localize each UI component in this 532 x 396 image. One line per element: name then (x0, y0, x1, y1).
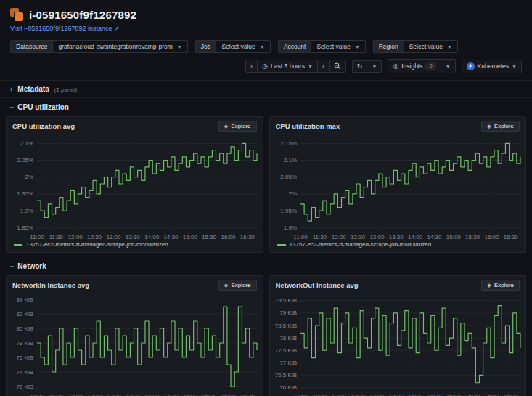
svg-text:11:00: 11:00 (30, 234, 44, 241)
time-shift-forward-button[interactable]: › (317, 60, 330, 73)
svg-text:77 KiB: 77 KiB (279, 360, 297, 366)
explore-button[interactable]: ◈ Explore (481, 280, 520, 291)
kubernetes-icon: ∗ (467, 62, 475, 70)
svg-text:72 KiB: 72 KiB (16, 384, 33, 390)
panel-cpu-utilization-max: CPU utilization max ◈ Explore 11:0011:30… (269, 116, 527, 253)
compass-icon: ◈ (224, 123, 229, 129)
svg-text:13:30: 13:30 (126, 234, 141, 241)
networkout-time-series-chart[interactable]: 11:0011:3012:0012:3013:0013:3014:0014:30… (270, 291, 526, 396)
region-filter-select[interactable]: Select value ▼ (404, 40, 458, 53)
job-filter-select[interactable]: Select value ▼ (216, 40, 270, 53)
cpu-avg-time-series-chart[interactable]: 11:0011:3012:0012:3013:0013:3014:0014:30… (7, 132, 263, 241)
section-cpu-utilization[interactable]: › CPU utilization (0, 98, 532, 115)
panel-title: NetworkOut Instance avg (276, 281, 359, 289)
section-network[interactable]: › Network (0, 257, 532, 274)
svg-text:79.5 KiB: 79.5 KiB (274, 297, 296, 304)
zoom-out-button[interactable] (329, 60, 346, 73)
compass-icon: ◈ (487, 123, 491, 129)
panel-header: NetworkIn Instance avg ◈ Explore (7, 276, 263, 291)
svg-text:13:30: 13:30 (388, 234, 404, 241)
panel-header: CPU utilization max ◈ Explore (270, 117, 526, 132)
compass-icon: ◈ (487, 282, 491, 288)
chevron-left-icon: ‹ (250, 63, 253, 70)
legend-line-icon (277, 244, 286, 246)
zoom-out-icon (334, 62, 341, 70)
insights-button[interactable]: ◎ Insights 0 (388, 59, 441, 73)
chevron-down-icon: ▼ (372, 64, 377, 69)
visit-instance-link[interactable]: Visit i-0591650f9f1267892 instance ↗ (10, 25, 119, 32)
svg-text:11:00: 11:00 (30, 393, 44, 396)
svg-text:16:30: 16:30 (503, 393, 518, 396)
svg-text:13:00: 13:00 (369, 234, 385, 241)
svg-text:12:00: 12:00 (331, 393, 346, 396)
svg-text:76.5 KiB: 76.5 KiB (274, 372, 296, 379)
svg-text:82 KiB: 82 KiB (16, 311, 33, 318)
svg-text:15:00: 15:00 (446, 234, 461, 241)
account-filter-label: Account (278, 40, 311, 53)
account-filter-select[interactable]: Select value ▼ (311, 40, 365, 53)
svg-text:2.1%: 2.1% (20, 140, 33, 147)
svg-text:11:30: 11:30 (312, 393, 327, 396)
cpu-max-time-series-chart[interactable]: 11:0011:3012:0012:3013:0013:3014:0014:30… (270, 132, 526, 241)
region-filter: Region Select value ▼ (373, 40, 458, 53)
panel-networkin-instance-avg: NetworkIn Instance avg ◈ Explore 11:0011… (6, 275, 263, 396)
svg-text:15:00: 15:00 (183, 393, 198, 396)
external-link-icon: ↗ (114, 25, 119, 32)
insights-dropdown-button[interactable]: ▼ (441, 59, 456, 73)
svg-text:12:00: 12:00 (68, 234, 83, 241)
filter-bar: Datasource grafanacloud-awsintegrationre… (0, 38, 532, 57)
svg-text:14:30: 14:30 (427, 234, 442, 241)
section-metadata[interactable]: › Metadata (1 panel) (0, 80, 532, 98)
svg-text:14:30: 14:30 (163, 393, 179, 396)
svg-text:14:30: 14:30 (163, 234, 179, 241)
svg-text:12:30: 12:30 (87, 234, 102, 241)
refresh-interval-button[interactable]: ▼ (367, 60, 382, 73)
networkin-time-series-chart[interactable]: 11:0011:3012:0012:3013:0013:3014:0014:30… (7, 291, 263, 396)
legend-item[interactable]: 13757-ec2-metrics-tf-managed-scrape-job-… (270, 241, 526, 252)
svg-text:84 KiB: 84 KiB (16, 296, 33, 303)
svg-text:11:00: 11:00 (293, 393, 308, 396)
page-title: i-0591650f9f1267892 (29, 9, 136, 21)
panel-title: CPU utilization avg (12, 122, 75, 130)
svg-text:14:00: 14:00 (408, 234, 423, 241)
svg-text:13:30: 13:30 (388, 393, 404, 396)
svg-text:15:00: 15:00 (183, 234, 198, 241)
time-range-picker[interactable]: ◷ Last 6 hours ▼ (257, 60, 318, 73)
explore-button[interactable]: ◈ Explore (218, 280, 257, 291)
svg-text:2.15%: 2.15% (280, 140, 297, 147)
refresh-button[interactable]: ↻ (352, 60, 368, 73)
explore-button[interactable]: ◈ Explore (481, 121, 520, 132)
time-toolbar: ‹ ◷ Last 6 hours ▼ › ↻ ▼ ◎ Insights 0 ▼ … (0, 57, 532, 80)
legend-item[interactable]: 13757-ec2-metrics-tf-managed-scrape-job-… (7, 241, 263, 252)
svg-text:16:30: 16:30 (240, 234, 255, 241)
chevron-down-icon: ▼ (177, 44, 182, 49)
cpu-section-title: CPU utilization (17, 103, 69, 111)
chevron-down-icon: ▼ (447, 44, 452, 49)
chevron-down-icon: ▼ (446, 64, 451, 69)
svg-text:76 KiB: 76 KiB (16, 355, 33, 361)
chevron-down-icon: ▼ (260, 44, 265, 49)
kubernetes-dropdown[interactable]: ∗ Kubernetes ▼ (462, 60, 522, 73)
metadata-section-title: Metadata (17, 85, 49, 93)
refresh-icon: ↻ (357, 63, 363, 70)
svg-text:14:00: 14:00 (408, 393, 423, 396)
chevron-right-icon: › (322, 63, 324, 70)
explore-button[interactable]: ◈ Explore (218, 121, 257, 132)
datasource-filter-select[interactable]: grafanacloud-awsintegrationrevamp-prom ▼ (52, 40, 187, 53)
panel-header: NetworkOut Instance avg ◈ Explore (270, 276, 526, 291)
chevron-down-icon: ▼ (308, 64, 313, 69)
svg-text:16:30: 16:30 (240, 393, 255, 396)
svg-text:1.85%: 1.85% (17, 225, 33, 231)
svg-text:12:30: 12:30 (351, 393, 366, 396)
svg-text:2%: 2% (25, 174, 33, 180)
svg-text:16:00: 16:00 (221, 234, 236, 241)
svg-text:14:30: 14:30 (427, 393, 442, 396)
network-section-title: Network (17, 262, 46, 270)
svg-text:12:00: 12:00 (331, 234, 346, 241)
svg-text:74 KiB: 74 KiB (16, 369, 33, 376)
svg-text:15:30: 15:30 (465, 234, 480, 241)
chevron-down-icon: › (8, 106, 15, 108)
svg-text:2.05%: 2.05% (280, 174, 297, 180)
svg-text:78 KiB: 78 KiB (16, 340, 33, 347)
time-shift-back-button[interactable]: ‹ (245, 60, 258, 73)
